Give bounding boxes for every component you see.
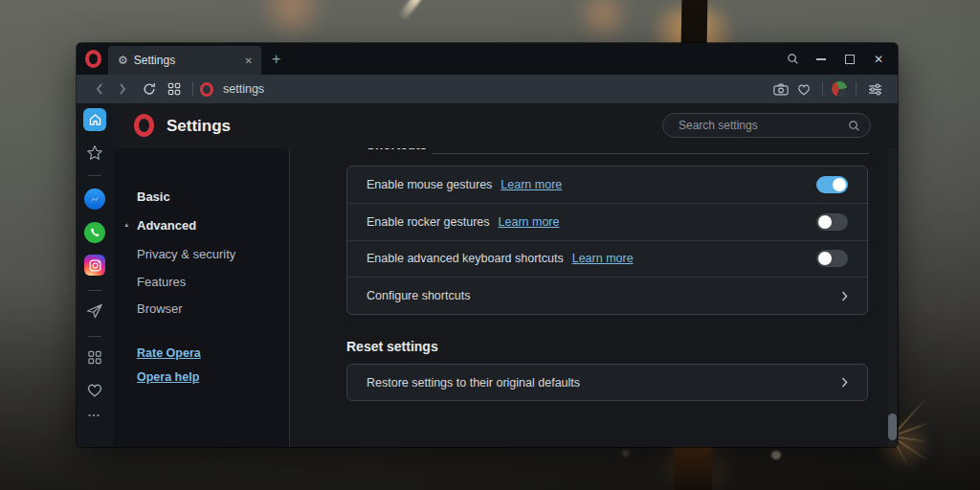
messenger-bolt-icon	[89, 194, 100, 205]
minimize-icon	[816, 58, 826, 60]
clipped-section-heading: Shortcuts	[367, 148, 427, 154]
shortcuts-card: Enable mouse gestures Learn more Enable …	[346, 166, 868, 315]
opera-site-badge-icon	[200, 82, 213, 97]
toggle-knob	[818, 252, 832, 265]
setting-row-configure-shortcuts[interactable]: Configure shortcuts	[347, 277, 867, 314]
setting-row-restore-defaults[interactable]: Restore settings to their original defau…	[347, 365, 867, 400]
tab-title: Settings	[134, 54, 245, 67]
settings-search-box[interactable]	[662, 113, 871, 138]
rail-divider	[88, 175, 101, 176]
learn-more-link[interactable]: Learn more	[572, 252, 634, 265]
sidebar-item-speed-dial[interactable]	[83, 108, 106, 131]
profile-avatar[interactable]	[832, 81, 847, 97]
paper-plane-icon	[86, 302, 104, 320]
learn-more-link[interactable]: Learn more	[499, 215, 560, 229]
tab-close-icon[interactable]: ✕	[245, 56, 253, 66]
toggle-knob	[833, 178, 846, 191]
tab-settings[interactable]: ⚙ Settings ✕	[108, 46, 261, 75]
reset-settings-heading: Reset settings	[346, 339, 438, 354]
bokeh-dot	[771, 451, 781, 459]
separator	[822, 82, 823, 96]
setting-row-mouse-gestures: Enable mouse gestures Learn more	[347, 167, 867, 203]
camera-icon	[773, 83, 789, 96]
tiles-grid-icon	[167, 82, 181, 96]
setting-label: Enable advanced keyboard shortcuts	[367, 252, 564, 265]
heart-icon	[797, 83, 811, 96]
bokeh-light	[572, 0, 634, 42]
forward-button[interactable]	[111, 75, 134, 103]
nav-item-browser[interactable]: Browser	[137, 301, 183, 316]
speed-dial-button[interactable]	[163, 75, 186, 103]
sidebar-item-my-flow[interactable]	[86, 302, 104, 320]
sparkler-stick-top	[681, 0, 708, 48]
back-button[interactable]	[88, 75, 111, 103]
browser-window: ⚙ Settings ✕ + ✕	[77, 43, 898, 447]
opera-help-link[interactable]: Opera help	[137, 370, 199, 384]
address-text[interactable]: settings	[223, 82, 264, 96]
setting-label: Enable mouse gestures	[367, 178, 492, 191]
toggle-knob	[818, 215, 832, 229]
phone-icon	[89, 227, 100, 238]
toggle-keyboard-shortcuts[interactable]	[816, 250, 848, 267]
chevron-right-icon	[841, 291, 848, 301]
minimize-button[interactable]	[807, 43, 835, 75]
settings-search-input[interactable]	[663, 114, 870, 137]
bokeh-light	[256, 0, 327, 40]
close-icon: ✕	[874, 53, 883, 66]
section-divider	[432, 153, 869, 154]
instagram-camera-icon	[89, 259, 101, 272]
snapshot-button[interactable]	[769, 75, 792, 103]
rate-opera-link[interactable]: Rate Opera	[137, 346, 201, 360]
sidebar-item-instagram[interactable]	[84, 255, 105, 276]
settings-page: Settings Basic ▲ Advanced Privacy & secu…	[113, 103, 898, 447]
scrollbar-thumb[interactable]	[888, 413, 897, 440]
chevron-right-icon	[119, 83, 126, 95]
rail-divider	[88, 336, 101, 337]
settings-content: Shortcuts Enable mouse gestures Learn mo…	[290, 148, 898, 447]
sidebar-item-extensions[interactable]	[88, 350, 102, 365]
maximize-button[interactable]	[835, 43, 864, 75]
tab-search-button[interactable]	[778, 43, 807, 75]
sidebar-item-news[interactable]	[86, 145, 103, 162]
bokeh-dot	[622, 450, 629, 457]
easy-setup-button[interactable]	[863, 75, 886, 103]
sidebar-item-bookmarks[interactable]	[87, 383, 103, 397]
heart-icon	[87, 383, 103, 397]
learn-more-link[interactable]: Learn more	[501, 178, 562, 191]
sidebar-item-whatsapp[interactable]	[84, 222, 105, 243]
sidebar-item-messenger[interactable]	[84, 189, 105, 210]
nav-item-advanced[interactable]: Advanced	[137, 218, 196, 233]
settings-header: Settings	[113, 103, 898, 148]
chevron-left-icon	[96, 83, 103, 95]
chevron-right-icon	[841, 377, 848, 388]
reload-icon	[143, 82, 156, 96]
maximize-icon	[845, 55, 855, 64]
nav-item-basic[interactable]: Basic	[137, 189, 170, 204]
sidebar-rail: •••	[77, 103, 113, 447]
rail-divider	[88, 290, 101, 291]
collapse-arrow-icon: ▲	[123, 221, 129, 228]
star-icon	[86, 145, 103, 162]
nav-item-privacy-security[interactable]: Privacy & security	[137, 247, 235, 261]
scrollbar-track[interactable]	[888, 103, 897, 447]
sidebar-setup-button[interactable]: •••	[88, 412, 100, 418]
reset-settings-card: Restore settings to their original defau…	[346, 364, 868, 401]
toggle-mouse-gestures[interactable]	[816, 176, 848, 193]
tune-sliders-icon	[868, 83, 882, 96]
setting-label: Enable rocker gestures	[367, 215, 490, 229]
separator	[192, 82, 193, 96]
page-title: Settings	[167, 103, 231, 148]
settings-nav: Basic ▲ Advanced Privacy & security Feat…	[113, 148, 290, 447]
opera-logo-icon	[134, 114, 154, 137]
new-tab-button[interactable]: +	[272, 52, 280, 67]
toggle-rocker-gestures[interactable]	[816, 213, 848, 231]
sparkler-stick-bottom	[674, 443, 713, 490]
reload-button[interactable]	[138, 75, 161, 103]
nav-item-features[interactable]: Features	[137, 275, 186, 289]
home-icon	[89, 114, 101, 125]
address-toolbar: settings	[77, 75, 898, 103]
separator	[856, 82, 857, 96]
bookmark-heart-button[interactable]	[792, 75, 815, 103]
window-close-button[interactable]: ✕	[864, 43, 893, 75]
setting-row-rocker-gestures: Enable rocker gestures Learn more	[347, 203, 867, 240]
